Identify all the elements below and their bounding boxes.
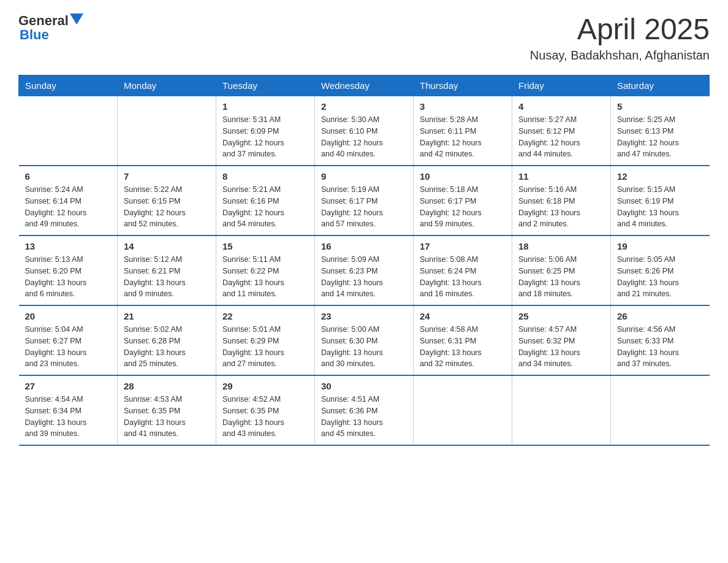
calendar-cell: 6Sunrise: 5:24 AM Sunset: 6:14 PM Daylig… <box>19 166 118 236</box>
day-number: 27 <box>25 381 112 391</box>
day-number: 19 <box>617 241 703 251</box>
day-number: 3 <box>420 101 506 112</box>
day-info: Sunrise: 5:09 AM Sunset: 6:23 PM Dayligh… <box>321 254 407 300</box>
calendar-cell: 25Sunrise: 4:57 AM Sunset: 6:32 PM Dayli… <box>512 305 611 375</box>
day-number: 10 <box>420 171 506 182</box>
calendar-cell: 28Sunrise: 4:53 AM Sunset: 6:35 PM Dayli… <box>118 375 216 445</box>
day-number: 5 <box>617 101 703 112</box>
day-info: Sunrise: 4:58 AM Sunset: 6:31 PM Dayligh… <box>420 324 506 370</box>
day-number: 1 <box>222 101 308 112</box>
calendar-cell: 16Sunrise: 5:09 AM Sunset: 6:23 PM Dayli… <box>315 236 414 305</box>
location-title: Nusay, Badakhshan, Afghanistan <box>530 48 710 63</box>
calendar-cell: 17Sunrise: 5:08 AM Sunset: 6:24 PM Dayli… <box>414 236 512 305</box>
day-info: Sunrise: 5:00 AM Sunset: 6:30 PM Dayligh… <box>321 324 407 370</box>
calendar-cell: 7Sunrise: 5:22 AM Sunset: 6:15 PM Daylig… <box>118 166 216 236</box>
day-number: 30 <box>321 381 407 391</box>
calendar-cell: 22Sunrise: 5:01 AM Sunset: 6:29 PM Dayli… <box>216 305 315 375</box>
calendar-header-sunday: Sunday <box>19 75 118 96</box>
page-header: General Blue April 2025 Nusay, Badakhsha… <box>18 12 710 63</box>
day-info: Sunrise: 5:31 AM Sunset: 6:09 PM Dayligh… <box>222 114 308 160</box>
day-info: Sunrise: 5:21 AM Sunset: 6:16 PM Dayligh… <box>222 184 308 230</box>
calendar-header-row: SundayMondayTuesdayWednesdayThursdayFrid… <box>19 75 710 96</box>
calendar-cell: 20Sunrise: 5:04 AM Sunset: 6:27 PM Dayli… <box>19 305 118 375</box>
logo-blue-text: Blue <box>18 27 49 43</box>
day-number: 24 <box>420 311 506 321</box>
day-info: Sunrise: 5:08 AM Sunset: 6:24 PM Dayligh… <box>420 254 506 300</box>
calendar-cell <box>512 375 611 445</box>
calendar-cell: 5Sunrise: 5:25 AM Sunset: 6:13 PM Daylig… <box>611 96 710 166</box>
day-info: Sunrise: 4:53 AM Sunset: 6:35 PM Dayligh… <box>124 394 210 440</box>
day-info: Sunrise: 5:04 AM Sunset: 6:27 PM Dayligh… <box>25 324 112 370</box>
day-info: Sunrise: 5:11 AM Sunset: 6:22 PM Dayligh… <box>222 254 308 300</box>
calendar-cell: 13Sunrise: 5:13 AM Sunset: 6:20 PM Dayli… <box>19 236 118 305</box>
day-info: Sunrise: 4:57 AM Sunset: 6:32 PM Dayligh… <box>518 324 604 370</box>
day-info: Sunrise: 4:54 AM Sunset: 6:34 PM Dayligh… <box>25 394 112 440</box>
calendar-cell <box>19 96 118 166</box>
day-info: Sunrise: 5:05 AM Sunset: 6:26 PM Dayligh… <box>617 254 703 300</box>
day-info: Sunrise: 5:15 AM Sunset: 6:19 PM Dayligh… <box>617 184 703 230</box>
day-number: 11 <box>518 171 604 182</box>
calendar-cell: 14Sunrise: 5:12 AM Sunset: 6:21 PM Dayli… <box>118 236 216 305</box>
month-title: April 2025 <box>530 12 710 46</box>
day-info: Sunrise: 5:02 AM Sunset: 6:28 PM Dayligh… <box>124 324 210 370</box>
day-info: Sunrise: 5:22 AM Sunset: 6:15 PM Dayligh… <box>124 184 210 230</box>
calendar-week-row: 6Sunrise: 5:24 AM Sunset: 6:14 PM Daylig… <box>19 166 710 236</box>
day-number: 18 <box>518 241 604 251</box>
calendar-week-row: 20Sunrise: 5:04 AM Sunset: 6:27 PM Dayli… <box>19 305 710 375</box>
calendar-header-wednesday: Wednesday <box>315 75 414 96</box>
day-info: Sunrise: 5:16 AM Sunset: 6:18 PM Dayligh… <box>518 184 604 230</box>
day-info: Sunrise: 5:19 AM Sunset: 6:17 PM Dayligh… <box>321 184 407 230</box>
day-number: 25 <box>518 311 604 321</box>
day-number: 28 <box>124 381 210 391</box>
calendar-cell: 21Sunrise: 5:02 AM Sunset: 6:28 PM Dayli… <box>118 305 216 375</box>
day-number: 8 <box>222 171 308 182</box>
calendar-cell: 10Sunrise: 5:18 AM Sunset: 6:17 PM Dayli… <box>414 166 512 236</box>
day-number: 17 <box>420 241 506 251</box>
calendar-cell: 11Sunrise: 5:16 AM Sunset: 6:18 PM Dayli… <box>512 166 611 236</box>
calendar-cell <box>118 96 216 166</box>
calendar-header-saturday: Saturday <box>611 75 710 96</box>
day-number: 29 <box>222 381 308 391</box>
calendar-header-tuesday: Tuesday <box>216 75 315 96</box>
day-info: Sunrise: 5:30 AM Sunset: 6:10 PM Dayligh… <box>321 114 407 160</box>
calendar-cell: 30Sunrise: 4:51 AM Sunset: 6:36 PM Dayli… <box>315 375 414 445</box>
calendar-header-monday: Monday <box>118 75 216 96</box>
day-info: Sunrise: 5:06 AM Sunset: 6:25 PM Dayligh… <box>518 254 604 300</box>
day-number: 23 <box>321 311 407 321</box>
day-number: 13 <box>25 241 112 251</box>
day-info: Sunrise: 5:01 AM Sunset: 6:29 PM Dayligh… <box>222 324 308 370</box>
day-info: Sunrise: 4:56 AM Sunset: 6:33 PM Dayligh… <box>617 324 703 370</box>
calendar-cell: 3Sunrise: 5:28 AM Sunset: 6:11 PM Daylig… <box>414 96 512 166</box>
day-info: Sunrise: 5:28 AM Sunset: 6:11 PM Dayligh… <box>420 114 506 160</box>
day-number: 26 <box>617 311 703 321</box>
logo: General Blue <box>18 12 83 43</box>
calendar-cell: 18Sunrise: 5:06 AM Sunset: 6:25 PM Dayli… <box>512 236 611 305</box>
calendar-cell: 15Sunrise: 5:11 AM Sunset: 6:22 PM Dayli… <box>216 236 315 305</box>
day-info: Sunrise: 5:18 AM Sunset: 6:17 PM Dayligh… <box>420 184 506 230</box>
calendar-header-thursday: Thursday <box>414 75 512 96</box>
calendar-cell <box>414 375 512 445</box>
day-info: Sunrise: 5:12 AM Sunset: 6:21 PM Dayligh… <box>124 254 210 300</box>
day-info: Sunrise: 4:51 AM Sunset: 6:36 PM Dayligh… <box>321 394 407 440</box>
calendar-cell: 9Sunrise: 5:19 AM Sunset: 6:17 PM Daylig… <box>315 166 414 236</box>
calendar-week-row: 13Sunrise: 5:13 AM Sunset: 6:20 PM Dayli… <box>19 236 710 305</box>
title-block: April 2025 Nusay, Badakhshan, Afghanista… <box>530 12 710 63</box>
logo-triangle-icon <box>70 13 83 27</box>
calendar-cell: 19Sunrise: 5:05 AM Sunset: 6:26 PM Dayli… <box>611 236 710 305</box>
day-number: 20 <box>25 311 112 321</box>
calendar-week-row: 27Sunrise: 4:54 AM Sunset: 6:34 PM Dayli… <box>19 375 710 445</box>
day-number: 2 <box>321 101 407 112</box>
day-info: Sunrise: 4:52 AM Sunset: 6:35 PM Dayligh… <box>222 394 308 440</box>
calendar-cell: 29Sunrise: 4:52 AM Sunset: 6:35 PM Dayli… <box>216 375 315 445</box>
day-number: 21 <box>124 311 210 321</box>
calendar-header-friday: Friday <box>512 75 611 96</box>
calendar-cell: 1Sunrise: 5:31 AM Sunset: 6:09 PM Daylig… <box>216 96 315 166</box>
day-info: Sunrise: 5:25 AM Sunset: 6:13 PM Dayligh… <box>617 114 703 160</box>
svg-marker-0 <box>70 13 83 25</box>
calendar-cell: 2Sunrise: 5:30 AM Sunset: 6:10 PM Daylig… <box>315 96 414 166</box>
day-number: 22 <box>222 311 308 321</box>
calendar-table: SundayMondayTuesdayWednesdayThursdayFrid… <box>18 75 710 446</box>
day-number: 16 <box>321 241 407 251</box>
day-number: 9 <box>321 171 407 182</box>
day-number: 6 <box>25 171 112 182</box>
